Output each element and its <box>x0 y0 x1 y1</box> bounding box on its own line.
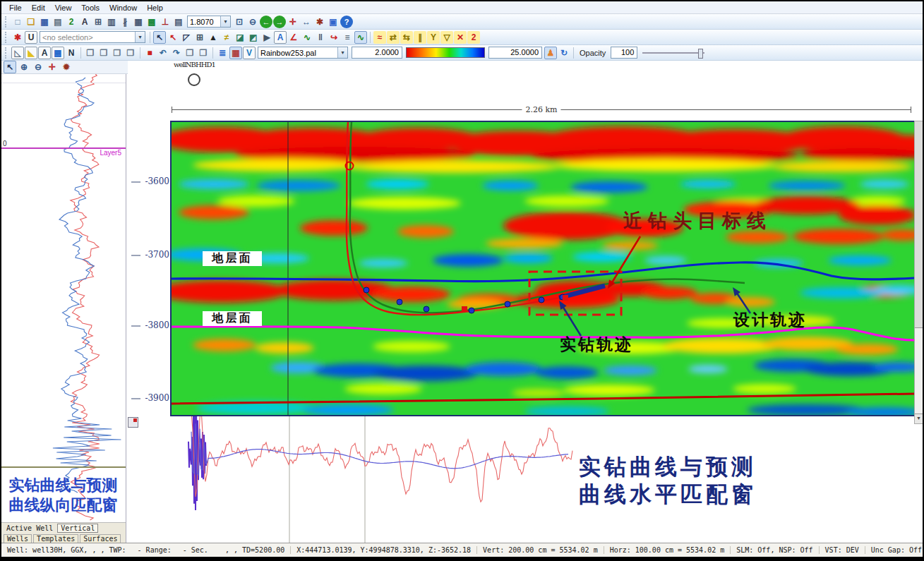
paste-icon[interactable]: ❒ <box>111 47 124 59</box>
panel-corner-icon[interactable] <box>128 417 138 428</box>
text-style-icon[interactable]: A <box>78 16 91 28</box>
palette-max-field[interactable]: 25.0000 <box>488 47 542 59</box>
select-cursor-icon[interactable]: ↖ <box>4 61 16 73</box>
triangle-outline-icon[interactable]: ◺ <box>11 47 24 59</box>
derrick-icon[interactable]: ▲ <box>207 31 220 44</box>
horizontal-match-window[interactable] <box>126 415 923 543</box>
well-name-label: wellNBHHD1 <box>174 61 215 68</box>
menu-item-help[interactable]: Help <box>142 3 168 13</box>
squeeze-horizon-icon[interactable]: ⇆ <box>400 31 413 44</box>
stack-icon[interactable]: ≡ <box>341 31 354 44</box>
zoom-out-icon[interactable]: ⊖ <box>32 61 44 73</box>
split-view-icon[interactable]: ∦ <box>119 16 131 28</box>
zoom-region-icon[interactable]: ⊡ <box>233 16 246 28</box>
annotation-a-icon[interactable]: A <box>274 31 287 44</box>
vertical-match-window[interactable] <box>1 73 126 543</box>
menu-item-tools[interactable]: Tools <box>76 3 104 13</box>
fence-icon[interactable]: ≠ <box>220 31 233 44</box>
color-fill-icon[interactable]: ▩ <box>52 47 64 59</box>
opacity-label: Opacity <box>580 49 606 57</box>
paste-style-icon[interactable]: ❒ <box>124 47 137 59</box>
record-stop-icon[interactable]: ■ <box>143 47 156 59</box>
scrollbar-down-button[interactable]: ▼ <box>915 414 923 423</box>
opacity-slider[interactable] <box>642 47 704 59</box>
fork-pick-icon[interactable]: Y <box>427 31 440 44</box>
snapshot-icon[interactable]: ❐ <box>184 47 196 59</box>
opacity-field[interactable]: 100 <box>611 47 637 59</box>
zoom-in-icon[interactable]: ⊕ <box>18 61 30 73</box>
palette-grid-icon[interactable]: ▦ <box>229 47 242 59</box>
fit-view-icon[interactable]: ✛ <box>287 16 299 28</box>
export-report-icon[interactable]: 2 <box>65 16 78 28</box>
calculator-icon[interactable]: ▤ <box>172 16 185 28</box>
new-document-icon[interactable]: □ <box>11 16 24 28</box>
menu-item-view[interactable]: View <box>50 3 77 13</box>
menu-item-edit[interactable]: Edit <box>27 3 50 13</box>
wave-compare-icon[interactable]: ≈ <box>373 31 386 44</box>
triangle-fill-icon[interactable]: ◣ <box>25 47 37 59</box>
palette-combo[interactable]: Rainbow253.pal▾ <box>258 47 348 59</box>
add-pick-icon[interactable]: ▶ <box>260 31 273 44</box>
print-icon[interactable]: ▤ <box>52 16 64 28</box>
select-lasso-icon[interactable]: ◸ <box>180 31 193 44</box>
move-view-icon[interactable]: ✛ <box>46 61 59 73</box>
tab-vertical[interactable]: Vertical <box>57 524 98 533</box>
select-points-icon[interactable]: ↖ <box>167 31 179 44</box>
surface-icon[interactable]: ◪ <box>234 31 246 44</box>
select-cursor-icon[interactable]: ↖ <box>153 31 166 44</box>
zoom-out-icon[interactable]: ⊖ <box>246 16 259 28</box>
velocity-icon[interactable]: V <box>243 47 256 59</box>
angle-measure-icon[interactable]: ∠ <box>287 31 300 44</box>
copy-icon[interactable]: ❐ <box>84 47 97 59</box>
stretch-horizon-icon[interactable]: ⇄ <box>387 31 400 44</box>
curve-window-icon[interactable]: ∿ <box>354 31 367 44</box>
spreadsheet-icon[interactable]: ⊞ <box>193 31 206 44</box>
list-icon[interactable]: ≣ <box>216 47 229 59</box>
hatch-fill-icon[interactable]: ∥ <box>414 31 426 44</box>
map-view-icon[interactable]: ▩ <box>145 16 158 28</box>
slider-handle[interactable] <box>698 49 703 59</box>
hook-curve-icon[interactable]: ↪ <box>328 31 340 44</box>
undo-icon[interactable]: ↶ <box>157 47 169 59</box>
well-section-icon[interactable]: ⊥ <box>159 16 172 28</box>
update-u-icon[interactable]: U <box>25 31 37 44</box>
polyline-icon[interactable]: ∿ <box>301 31 313 44</box>
help-icon[interactable]: ? <box>340 16 353 28</box>
node-edit-icon[interactable]: N <box>65 47 78 59</box>
delete-pick-icon[interactable]: ✕ <box>454 31 467 44</box>
grid-view-icon[interactable]: ▦ <box>132 16 145 28</box>
save-icon[interactable]: ▦ <box>38 16 51 28</box>
zoom-level-combo[interactable]: 1.8070▾ <box>187 16 231 28</box>
selection-combo[interactable]: <no selection>▾ <box>40 31 145 43</box>
scrollbar-thumb[interactable] <box>915 121 923 328</box>
refresh-icon[interactable]: ↻ <box>558 47 570 59</box>
copy-style-icon[interactable]: ❐ <box>97 47 110 59</box>
redo-icon[interactable]: ↷ <box>170 47 183 59</box>
label-box-icon[interactable]: A <box>38 47 51 59</box>
chevron-down-icon[interactable]: ▾ <box>337 47 347 58</box>
display-settings-icon[interactable]: ▣ <box>327 16 340 28</box>
snapshot-save-icon[interactable]: ❐ <box>197 47 210 59</box>
redo-pick-icon[interactable]: 2 <box>467 31 480 44</box>
log-curves-icon[interactable]: ‖ <box>314 31 327 44</box>
volume-icon[interactable]: ◩ <box>247 31 260 44</box>
fit-width-icon[interactable]: ↔ <box>300 16 313 28</box>
menu-item-window[interactable]: Window <box>104 3 142 13</box>
pan-hand-icon[interactable]: ✱ <box>313 16 326 28</box>
histogram-person-icon[interactable]: ♟ <box>544 47 557 59</box>
open-folder-icon[interactable]: ❏ <box>25 16 37 28</box>
tracks-icon[interactable]: ▥ <box>105 16 118 28</box>
nav-back-icon[interactable]: ← <box>260 16 272 28</box>
seismic-section[interactable]: 地层面 地层面 近钻头目标线 实钻轨迹 设计轨迹 <box>170 121 916 416</box>
trapezoid-icon[interactable]: ▽ <box>440 31 453 44</box>
nav-forward-icon[interactable]: → <box>273 16 286 28</box>
track-all-icon[interactable]: ✱ <box>11 31 24 44</box>
menu-item-file[interactable]: File <box>4 3 27 13</box>
status-segment: SLM: Off, NSP: Off <box>730 546 818 554</box>
chevron-down-icon[interactable]: ▾ <box>135 32 145 42</box>
tab-active-well[interactable]: Active Well <box>4 524 56 532</box>
crossplot-icon[interactable]: ⊞ <box>92 16 104 28</box>
palette-min-field[interactable]: 2.0000 <box>352 47 402 59</box>
hand-icon[interactable]: ✹ <box>60 61 73 73</box>
chevron-down-icon[interactable]: ▾ <box>220 16 230 27</box>
